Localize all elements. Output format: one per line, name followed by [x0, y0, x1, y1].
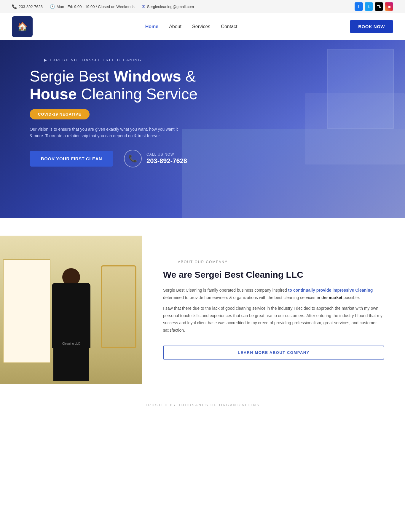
phone-item: 📞 203-892-7628	[12, 4, 43, 9]
call-info: CALL US NOW 203-892-7628	[146, 152, 187, 165]
hero-tag-line	[30, 60, 42, 60]
about-para1-start: Sergie Best Cleaning is family operated …	[163, 288, 288, 293]
covid-badge: COVID-19 NEGATIVE	[30, 109, 90, 119]
top-bar-contact: 📞 203-892-7628 🕐 Mon - Fri: 9:00 - 19:00…	[12, 4, 194, 9]
about-tag-text: ABOUT OUR COMPANY	[178, 260, 228, 264]
hero-tag-text: EXPERIENCE HASSLE FREE CLEANING	[50, 58, 141, 62]
person-body: Cleaning LLC	[52, 283, 90, 348]
call-number: 203-892-7628	[146, 157, 187, 165]
phone-number: 203-892-7628	[19, 4, 43, 9]
learn-more-button[interactable]: LEARN MORE ABOUT COMPANY	[163, 346, 384, 360]
about-tag: ABOUT OUR COMPANY	[163, 260, 384, 264]
email-icon: ✉	[142, 4, 145, 9]
about-para1-highlight: to continually provide impressive Cleani…	[288, 288, 373, 293]
hero-content: ▶ EXPERIENCE HASSLE FREE CLEANING Sergie…	[0, 40, 405, 185]
business-hours: Mon - Fri: 9:00 - 19:00 / Closed on Week…	[57, 4, 135, 9]
instagram-icon[interactable]: ▣	[385, 2, 393, 11]
top-bar: 📞 203-892-7628 🕐 Mon - Fri: 9:00 - 19:00…	[0, 0, 405, 13]
logo[interactable]: 🏠	[12, 16, 33, 37]
hero-title-amp: &	[181, 68, 196, 85]
tiktok-icon[interactable]: Tk	[375, 2, 383, 11]
hero-title-house: House	[30, 85, 77, 103]
about-tag-line	[163, 262, 175, 262]
book-first-clean-button[interactable]: BOOK YOUR FIRST CLEAN	[30, 151, 113, 167]
crib-visual	[101, 265, 136, 348]
call-circle-icon[interactable]: 📞	[124, 150, 142, 167]
trusted-text: TRUSTED BY THOUSANDS OF ORGANIZATIONS	[145, 403, 260, 407]
clock-icon: 🕐	[50, 4, 55, 9]
navbar: 🏠 Home About Services Contact BOOK NOW	[0, 13, 405, 40]
about-section: Cleaning LLC ABOUT OUR COMPANY We are Se…	[0, 236, 405, 384]
about-content: ABOUT OUR COMPANY We are Sergei Best Cle…	[142, 236, 405, 384]
facebook-icon[interactable]: f	[355, 2, 363, 11]
hero-title-cleaning: Cleaning Service	[77, 85, 198, 103]
about-image: Cleaning LLC	[0, 236, 142, 384]
cleaner-person: Cleaning LLC	[42, 265, 101, 384]
nav-home[interactable]: Home	[145, 24, 158, 29]
hours-item: 🕐 Mon - Fri: 9:00 - 19:00 / Closed on We…	[50, 4, 135, 9]
nav-services[interactable]: Services	[192, 24, 210, 29]
email-item: ✉ Sergiecleaning@gmail.com	[142, 4, 194, 9]
nav-links: Home About Services Contact	[145, 24, 237, 29]
about-para1-end2: possible.	[342, 295, 360, 300]
person-legs	[53, 348, 89, 381]
social-icons-group: f t Tk ▣	[355, 2, 393, 11]
hero-section: ▶ EXPERIENCE HASSLE FREE CLEANING Sergie…	[0, 40, 405, 218]
book-now-button[interactable]: BOOK NOW	[350, 20, 393, 33]
about-title: We are Sergei Best Cleaning LLC	[163, 269, 384, 280]
hero-tag: ▶ EXPERIENCE HASSLE FREE CLEANING	[30, 58, 375, 62]
about-para1-end: determined to provide homeowners & organ…	[163, 295, 317, 300]
hero-title-windows: Windows	[114, 68, 181, 85]
hero-actions: BOOK YOUR FIRST CLEAN 📞 CALL US NOW 203-…	[30, 150, 375, 167]
call-section: 📞 CALL US NOW 203-892-7628	[124, 150, 187, 167]
hero-title: Sergie Best Windows & House Cleaning Ser…	[30, 68, 225, 103]
about-paragraph-1: Sergie Best Cleaning is family operated …	[163, 287, 384, 301]
nav-contact[interactable]: Contact	[221, 24, 237, 29]
about-para1-highlight2: in the market	[317, 295, 342, 300]
call-label: CALL US NOW	[146, 152, 187, 156]
nav-about[interactable]: About	[169, 24, 181, 29]
hero-description: Our vision is to ensure that you are giv…	[30, 126, 178, 139]
phone-icon: 📞	[12, 4, 17, 9]
hero-title-part1: Sergie Best	[30, 68, 114, 85]
twitter-icon[interactable]: t	[365, 2, 373, 11]
about-paragraph-2: I saw that there due to the lack of good…	[163, 305, 384, 334]
email-address: Sergiecleaning@gmail.com	[147, 4, 194, 9]
trusted-bar: TRUSTED BY THOUSANDS OF ORGANIZATIONS	[0, 396, 405, 414]
